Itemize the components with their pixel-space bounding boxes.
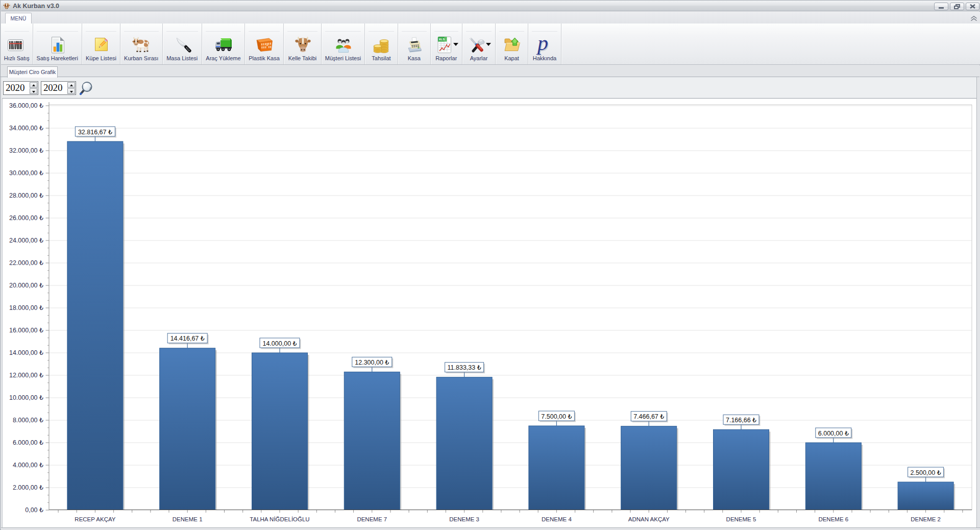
svg-text:28.000,00 ₺: 28.000,00 ₺ xyxy=(9,192,43,199)
svg-text:DENEME 4: DENEME 4 xyxy=(542,516,572,522)
svg-text:ADNAN AKÇAY: ADNAN AKÇAY xyxy=(628,516,670,522)
svg-text:26.000,00 ₺: 26.000,00 ₺ xyxy=(9,214,43,222)
svg-text:12.300,00 ₺: 12.300,00 ₺ xyxy=(355,359,389,366)
svg-text:DENEME 5: DENEME 5 xyxy=(726,516,756,522)
svg-text:30.000,00 ₺: 30.000,00 ₺ xyxy=(9,170,43,177)
svg-text:4.000,00 ₺: 4.000,00 ₺ xyxy=(13,462,43,469)
svg-text:TALHA NİĞDELİOĞLU: TALHA NİĞDELİOĞLU xyxy=(250,516,309,522)
svg-text:7.466,67 ₺: 7.466,67 ₺ xyxy=(633,413,664,420)
svg-text:7.500,00 ₺: 7.500,00 ₺ xyxy=(541,413,572,420)
svg-text:0,00 ₺: 0,00 ₺ xyxy=(25,507,43,514)
svg-text:32.816,67 ₺: 32.816,67 ₺ xyxy=(78,129,112,136)
svg-text:DENEME 6: DENEME 6 xyxy=(818,516,848,522)
svg-text:DENEME 2: DENEME 2 xyxy=(911,516,941,522)
svg-text:DENEME 3: DENEME 3 xyxy=(449,516,479,522)
svg-text:34.000,00 ₺: 34.000,00 ₺ xyxy=(9,125,43,132)
svg-text:14.000,00 ₺: 14.000,00 ₺ xyxy=(262,340,297,347)
svg-text:18.000,00 ₺: 18.000,00 ₺ xyxy=(9,304,43,311)
svg-text:36.000,00 ₺: 36.000,00 ₺ xyxy=(9,102,43,109)
svg-text:7.166,66 ₺: 7.166,66 ₺ xyxy=(726,417,756,424)
svg-text:11.833,33 ₺: 11.833,33 ₺ xyxy=(448,364,481,371)
svg-text:2.500,00 ₺: 2.500,00 ₺ xyxy=(911,469,941,476)
svg-text:6.000,00 ₺: 6.000,00 ₺ xyxy=(818,430,849,437)
svg-text:RECEP AKÇAY: RECEP AKÇAY xyxy=(75,516,115,522)
svg-text:32.000,00 ₺: 32.000,00 ₺ xyxy=(9,147,43,154)
svg-text:2.000,00 ₺: 2.000,00 ₺ xyxy=(13,484,43,491)
svg-text:8.000,00 ₺: 8.000,00 ₺ xyxy=(13,417,43,424)
svg-text:6.000,00 ₺: 6.000,00 ₺ xyxy=(13,439,43,446)
svg-text:16.000,00 ₺: 16.000,00 ₺ xyxy=(9,327,43,334)
svg-text:DENEME 1: DENEME 1 xyxy=(173,516,203,522)
svg-text:DENEME 7: DENEME 7 xyxy=(357,516,387,522)
svg-text:14.000,00 ₺: 14.000,00 ₺ xyxy=(9,349,43,356)
svg-text:XLS: XLS xyxy=(438,38,445,41)
svg-text:12.000,00 ₺: 12.000,00 ₺ xyxy=(9,372,43,379)
svg-text:24.000,00 ₺: 24.000,00 ₺ xyxy=(9,237,43,244)
svg-text:14.416,67 ₺: 14.416,67 ₺ xyxy=(170,335,205,342)
svg-text:20.000,00 ₺: 20.000,00 ₺ xyxy=(9,282,43,289)
svg-text:22.000,00 ₺: 22.000,00 ₺ xyxy=(9,259,43,267)
svg-text:10.000,00 ₺: 10.000,00 ₺ xyxy=(9,394,43,401)
